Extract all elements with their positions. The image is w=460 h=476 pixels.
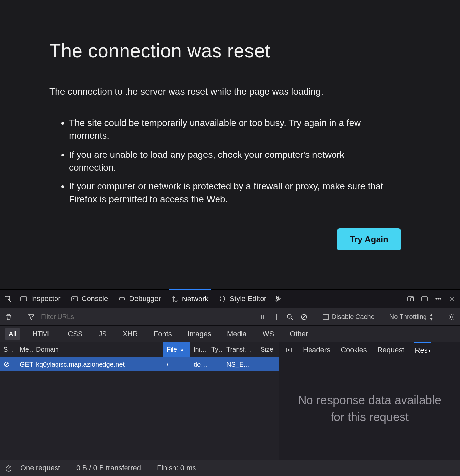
col-initiator[interactable]: Ini… bbox=[190, 342, 208, 357]
request-details-pane: Headers Cookies Request Res ▾ No respons… bbox=[279, 342, 460, 460]
tab-inspector[interactable]: Inspector bbox=[18, 290, 63, 308]
col-domain[interactable]: Domain bbox=[33, 342, 163, 357]
svg-rect-2 bbox=[72, 297, 78, 301]
cell-file: / bbox=[163, 361, 190, 368]
try-again-button[interactable]: Try Again bbox=[337, 228, 401, 250]
network-toolbar: Disable Cache No Throttling ▴▾ bbox=[0, 308, 460, 326]
col-method[interactable]: Me… bbox=[16, 342, 33, 357]
filter-chip-ws[interactable]: WS bbox=[259, 328, 278, 340]
col-type[interactable]: Ty… bbox=[208, 342, 223, 357]
details-tab-headers[interactable]: Headers bbox=[302, 342, 331, 358]
tab-label: Console bbox=[82, 295, 108, 303]
toggle-raw-icon[interactable] bbox=[285, 346, 293, 354]
error-suggestion-list: The site could be temporarily unavailabl… bbox=[49, 116, 411, 205]
cell-method: GET bbox=[16, 361, 33, 368]
details-tab-response[interactable]: Res ▾ bbox=[414, 342, 431, 358]
svg-marker-23 bbox=[288, 349, 290, 351]
throttling-label: No Throttling bbox=[389, 313, 427, 321]
svg-line-18 bbox=[302, 315, 306, 319]
filter-chip-fonts[interactable]: Fonts bbox=[150, 328, 176, 340]
filter-chip-media[interactable]: Media bbox=[223, 328, 251, 340]
dock-side-icon[interactable] bbox=[421, 295, 428, 303]
filter-chip-images[interactable]: Images bbox=[184, 328, 215, 340]
requests-table: S… Me… Domain File ▲ Ini… Ty… Transf… Si… bbox=[0, 342, 279, 460]
details-tab-label: Res bbox=[415, 346, 428, 355]
status-finish-time: Finish: 0 ms bbox=[157, 464, 196, 472]
filter-chip-html[interactable]: HTML bbox=[28, 328, 56, 340]
close-devtools-icon[interactable] bbox=[448, 295, 456, 303]
disable-cache-toggle[interactable]: Disable Cache bbox=[323, 313, 375, 321]
network-filter-chips: All HTML CSS JS XHR Fonts Images Media W… bbox=[0, 326, 460, 342]
inspector-icon bbox=[20, 295, 28, 303]
console-icon bbox=[71, 295, 79, 303]
details-tab-cookies[interactable]: Cookies bbox=[340, 342, 367, 358]
status-request-count: One request bbox=[20, 464, 60, 472]
clear-requests-icon[interactable] bbox=[5, 313, 12, 321]
col-file[interactable]: File ▲ bbox=[163, 342, 190, 357]
svg-point-9 bbox=[438, 298, 439, 299]
pause-recording-icon[interactable] bbox=[259, 313, 266, 321]
filter-icon[interactable] bbox=[27, 313, 35, 321]
tab-label: Debugger bbox=[129, 295, 161, 303]
tab-style-editor[interactable]: Style Editor bbox=[217, 290, 269, 308]
more-panels-icon[interactable] bbox=[274, 295, 282, 303]
network-status-bar: One request 0 B / 0 B transferred Finish… bbox=[0, 460, 460, 476]
svg-point-19 bbox=[450, 316, 452, 318]
sort-ascending-icon: ▲ bbox=[180, 347, 184, 352]
details-tab-request[interactable]: Request bbox=[377, 342, 405, 358]
element-picker-icon[interactable] bbox=[4, 295, 12, 303]
svg-rect-6 bbox=[422, 297, 427, 301]
tab-label: Inspector bbox=[31, 295, 61, 303]
svg-point-10 bbox=[440, 298, 441, 299]
cell-transferred: NS_E… bbox=[223, 361, 257, 368]
svg-line-25 bbox=[9, 467, 10, 469]
search-icon[interactable] bbox=[286, 313, 294, 321]
updown-icon: ▴▾ bbox=[430, 313, 433, 321]
error-suggestion-item: If you are unable to load any pages, che… bbox=[69, 148, 411, 174]
responsive-design-icon[interactable] bbox=[407, 295, 415, 303]
kebab-menu-icon[interactable] bbox=[434, 295, 442, 303]
filter-chip-js[interactable]: JS bbox=[95, 328, 111, 340]
status-transferred: 0 B / 0 B transferred bbox=[76, 464, 141, 472]
error-suggestion-item: The site could be temporarily unavailabl… bbox=[69, 116, 411, 142]
table-row[interactable]: GET kq0ylaqisc.map.azionedge.net / do… N… bbox=[0, 357, 279, 371]
disable-cache-label: Disable Cache bbox=[332, 313, 375, 321]
svg-rect-5 bbox=[411, 298, 413, 301]
error-subtitle: The connection to the server was reset w… bbox=[49, 85, 411, 98]
filter-chip-other[interactable]: Other bbox=[286, 328, 312, 340]
svg-line-21 bbox=[5, 363, 8, 366]
table-header: S… Me… Domain File ▲ Ini… Ty… Transf… Si… bbox=[0, 342, 279, 357]
performance-icon[interactable] bbox=[5, 464, 12, 472]
checkbox-icon bbox=[323, 314, 329, 320]
tab-label: Network bbox=[182, 295, 209, 303]
filter-urls-input[interactable] bbox=[41, 313, 100, 321]
col-transferred[interactable]: Transf… bbox=[223, 342, 257, 357]
col-size[interactable]: Size bbox=[257, 342, 279, 357]
blocked-icon bbox=[3, 361, 10, 368]
details-empty-message: No response data available for this requ… bbox=[279, 358, 460, 460]
settings-gear-icon[interactable] bbox=[448, 313, 455, 321]
debugger-icon bbox=[118, 295, 126, 303]
col-status[interactable]: S… bbox=[0, 342, 16, 357]
throttling-select[interactable]: No Throttling ▴▾ bbox=[389, 313, 433, 321]
error-title: The connection was reset bbox=[49, 39, 411, 61]
filter-chip-all[interactable]: All bbox=[5, 328, 20, 340]
table-body: GET kq0ylaqisc.map.azionedge.net / do… N… bbox=[0, 357, 279, 460]
tab-console[interactable]: Console bbox=[69, 290, 110, 308]
svg-line-16 bbox=[291, 318, 293, 320]
error-suggestion-item: If your computer or network is protected… bbox=[69, 180, 411, 205]
tab-network[interactable]: Network bbox=[169, 289, 211, 308]
svg-rect-3 bbox=[119, 298, 125, 300]
network-icon bbox=[171, 295, 179, 303]
tab-label: Style Editor bbox=[230, 295, 267, 303]
cell-status bbox=[0, 361, 16, 368]
filter-chip-xhr[interactable]: XHR bbox=[119, 328, 142, 340]
add-request-icon[interactable] bbox=[272, 313, 280, 321]
filter-chip-css[interactable]: CSS bbox=[64, 328, 86, 340]
block-requests-icon[interactable] bbox=[300, 313, 308, 321]
cell-initiator: do… bbox=[190, 361, 208, 368]
style-editor-icon bbox=[218, 295, 226, 303]
svg-rect-0 bbox=[5, 296, 10, 300]
devtools-panel: Inspector Console Debugger Network bbox=[0, 289, 460, 476]
tab-debugger[interactable]: Debugger bbox=[116, 290, 163, 308]
